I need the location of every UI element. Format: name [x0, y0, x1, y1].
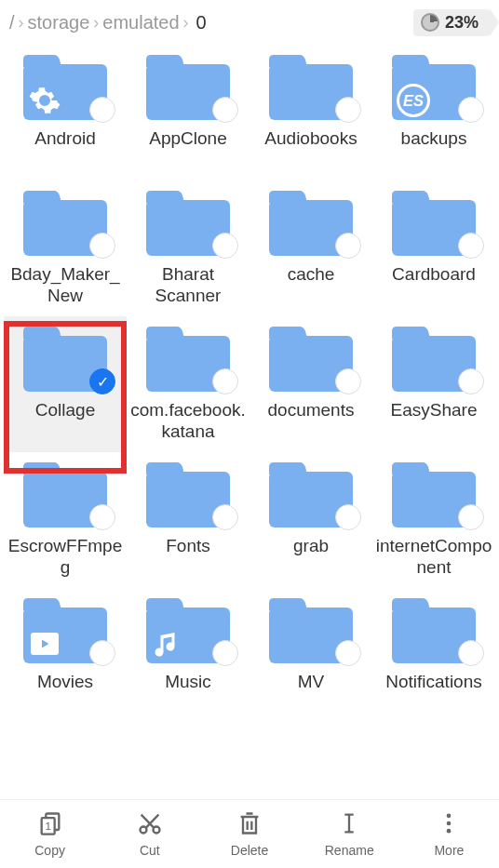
folder-item[interactable]: Audiobooks — [250, 45, 372, 180]
selection-indicator[interactable] — [212, 640, 238, 666]
chevron-right-icon: › — [19, 13, 24, 33]
selection-indicator[interactable] — [458, 368, 484, 394]
folder-label: AppClone — [149, 128, 226, 171]
copy-icon: 1 — [37, 810, 63, 839]
folder-label: Android — [34, 128, 96, 171]
folder-label: EasyShare — [391, 400, 478, 443]
folder-item[interactable]: EscrowFFmpeg — [4, 452, 127, 588]
folder-label: com.facebook.katana — [128, 400, 248, 443]
selection-indicator[interactable] — [212, 97, 238, 123]
breadcrumb-seg1[interactable]: storage — [28, 12, 90, 33]
storage-indicator[interactable]: 23% — [413, 9, 490, 36]
selection-indicator[interactable] — [89, 97, 115, 123]
folder-icon — [142, 322, 235, 396]
folder-label: Bday_Maker_New — [6, 264, 125, 307]
folder-icon — [142, 50, 235, 125]
rename-button[interactable]: Rename — [300, 800, 399, 868]
delete-button[interactable]: Delete — [199, 800, 299, 868]
selection-indicator[interactable] — [335, 233, 361, 259]
folder-item[interactable]: EasyShare — [372, 316, 495, 452]
selection-indicator[interactable] — [212, 368, 238, 394]
folder-label: cache — [288, 264, 335, 307]
folder-icon — [264, 594, 357, 668]
folder-item[interactable]: com.facebook.katana — [127, 316, 250, 452]
folder-icon — [264, 186, 357, 260]
folder-grid: Android AppClone Audiobooks ESbackups Bd… — [0, 45, 499, 724]
folder-item[interactable]: Android — [4, 45, 127, 180]
folder-item[interactable]: Bday_Maker_New — [4, 180, 127, 316]
selection-indicator[interactable] — [458, 97, 484, 123]
more-vertical-icon — [436, 810, 462, 839]
folder-item[interactable]: Bharat Scanner — [127, 180, 250, 316]
selection-indicator[interactable] — [212, 233, 238, 259]
breadcrumb-seg3[interactable]: 0 — [196, 12, 207, 33]
folder-label: Bharat Scanner — [128, 264, 248, 307]
svg-point-30 — [447, 829, 452, 834]
folder-item[interactable]: Fonts — [127, 452, 250, 588]
selection-indicator[interactable] — [89, 504, 115, 530]
action-label: Copy — [34, 843, 65, 858]
breadcrumb-root[interactable]: / — [9, 12, 15, 33]
folder-item[interactable]: grab — [250, 452, 372, 588]
folder-label: Movies — [37, 672, 93, 714]
svg-point-27 — [153, 827, 159, 834]
folder-item[interactable]: Movies — [4, 588, 127, 724]
folder-icon — [264, 50, 357, 125]
folder-item[interactable]: Cardboard — [372, 180, 495, 316]
folder-item[interactable]: ESbackups — [372, 45, 495, 180]
folder-icon — [387, 322, 480, 396]
chevron-right-icon: › — [93, 13, 99, 33]
folder-item[interactable]: Music — [127, 588, 250, 724]
folder-icon: ✓ — [19, 322, 112, 396]
folder-label: Fonts — [166, 536, 210, 579]
folder-item[interactable]: ✓Collage — [4, 316, 127, 452]
folder-label: backups — [401, 128, 467, 171]
selection-indicator[interactable] — [458, 504, 484, 530]
selection-indicator[interactable] — [335, 97, 361, 123]
folder-item[interactable]: MV — [250, 588, 372, 724]
folder-icon — [264, 458, 357, 532]
more-button[interactable]: More — [399, 800, 499, 868]
folder-icon — [19, 50, 112, 125]
folder-label: Audiobooks — [264, 128, 357, 171]
folder-label: Cardboard — [392, 264, 476, 307]
selection-indicator[interactable] — [212, 504, 238, 530]
folder-label: Notifications — [385, 672, 482, 714]
breadcrumb[interactable]: / › storage › emulated › 0 — [9, 12, 413, 33]
folder-item[interactable]: internetComponent — [372, 452, 495, 588]
folder-label: Music — [165, 672, 211, 714]
folder-item[interactable]: documents — [250, 316, 372, 452]
folder-icon — [387, 458, 480, 532]
selection-indicator[interactable] — [335, 504, 361, 530]
folder-icon — [387, 186, 480, 260]
chevron-right-icon: › — [183, 13, 189, 33]
svg-text:ES: ES — [403, 92, 424, 109]
selection-indicator[interactable]: ✓ — [89, 368, 115, 394]
folder-label: grab — [293, 536, 329, 579]
breadcrumb-seg2[interactable]: emulated — [102, 12, 179, 33]
folder-label: documents — [268, 400, 355, 443]
selection-indicator[interactable] — [335, 368, 361, 394]
folder-item[interactable]: cache — [250, 180, 372, 316]
selection-indicator[interactable] — [89, 640, 115, 666]
action-label: Delete — [231, 843, 268, 858]
svg-point-26 — [140, 827, 146, 834]
storage-percent: 23% — [445, 13, 479, 33]
copy-button[interactable]: 1 Copy — [0, 800, 100, 868]
folder-icon — [142, 594, 235, 668]
folder-item[interactable]: AppClone — [127, 45, 250, 180]
folder-item[interactable]: Notifications — [372, 588, 495, 724]
selection-indicator[interactable] — [335, 640, 361, 666]
selection-indicator[interactable] — [89, 233, 115, 259]
folder-icon — [387, 594, 480, 668]
pie-chart-icon — [421, 13, 439, 32]
folder-icon — [264, 322, 357, 396]
music-icon — [151, 627, 184, 661]
cut-button[interactable]: Cut — [100, 800, 199, 868]
svg-text:1: 1 — [45, 820, 50, 832]
selection-indicator[interactable] — [458, 233, 484, 259]
folder-label: EscrowFFmpeg — [6, 536, 125, 579]
selection-indicator[interactable] — [458, 640, 484, 666]
folder-icon — [19, 458, 112, 532]
folder-label: MV — [298, 672, 325, 714]
